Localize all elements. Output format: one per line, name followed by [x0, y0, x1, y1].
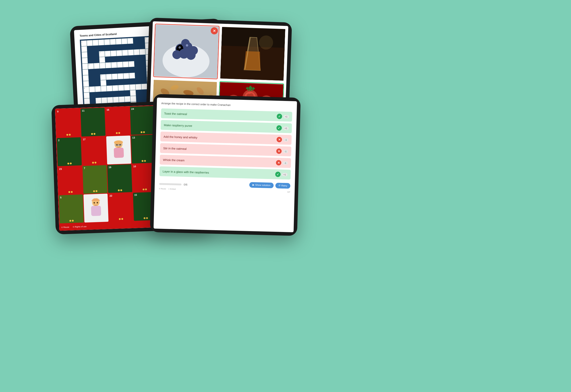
- svg-rect-6: [104, 39, 110, 45]
- svg-rect-24: [128, 49, 134, 55]
- svg-rect-188: [91, 206, 101, 216]
- svg-rect-3: [87, 40, 93, 46]
- advent-cell-7[interactable]: 7: [82, 165, 107, 194]
- svg-rect-73: [96, 98, 102, 103]
- svg-rect-25: [134, 49, 140, 55]
- recipe-row-3[interactable]: Add the honey and whisky ✕ -1: [160, 131, 292, 145]
- num-badge-1: +1: [283, 115, 289, 118]
- svg-rect-59: [95, 86, 101, 92]
- blueberries-img: [154, 24, 219, 79]
- recipe-row-6[interactable]: Layer in a glass with the raspberries ✓ …: [160, 166, 291, 179]
- svg-rect-39: [123, 61, 129, 67]
- recipe-footer-embed: ◇ Embed: [168, 188, 176, 190]
- svg-rect-10: [127, 38, 133, 44]
- svg-rect-48: [112, 73, 117, 79]
- svg-rect-77: [119, 97, 125, 102]
- svg-rect-53: [83, 81, 89, 87]
- svg-rect-21: [111, 51, 117, 56]
- svg-rect-36: [105, 62, 111, 68]
- advent-cell-2[interactable]: 2: [57, 137, 82, 166]
- svg-rect-74: [102, 98, 107, 103]
- whisky-img: [220, 27, 285, 81]
- show-solution-label: Show solution: [255, 184, 271, 187]
- svg-rect-61: [107, 85, 112, 91]
- advent-cell-9[interactable]: 9: [56, 109, 81, 137]
- retry-button[interactable]: ↺ Retry: [275, 182, 290, 189]
- recipe-row-5[interactable]: Whisk the cream ✕ -1: [160, 155, 291, 168]
- show-solution-icon: ▶: [252, 183, 254, 186]
- score-bar-track: [159, 183, 182, 185]
- svg-rect-26: [139, 49, 145, 55]
- svg-rect-78: [124, 96, 130, 102]
- recipe-content: Arrange the recipe in the correct order …: [155, 98, 297, 196]
- recipe-footer-right: H/P: [287, 191, 290, 193]
- recipe-row-1[interactable]: Toast the oatmeal ✓ +1: [161, 108, 292, 121]
- advent-cell-5[interactable]: 5: [59, 195, 84, 223]
- svg-rect-65: [130, 84, 136, 90]
- svg-rect-62: [112, 85, 118, 91]
- svg-rect-20: [105, 51, 111, 56]
- incorrect-badge-3: ✕: [277, 137, 282, 142]
- character4-svg: [87, 196, 105, 220]
- svg-rect-5: [98, 40, 104, 45]
- svg-rect-40: [129, 61, 134, 67]
- svg-rect-29: [99, 57, 105, 63]
- svg-rect-17: [82, 52, 88, 58]
- svg-rect-34: [94, 63, 100, 69]
- svg-rect-15: [81, 46, 87, 52]
- svg-rect-69: [84, 93, 89, 98]
- num-badge-5: -1: [283, 161, 288, 165]
- advent-cell-11[interactable]: 11: [81, 108, 105, 136]
- svg-rect-28: [82, 58, 88, 64]
- advent-cell-char2: [106, 136, 131, 164]
- tablet-recipe: Arrange the recipe in the correct order …: [150, 94, 301, 236]
- svg-rect-70: [130, 90, 136, 96]
- recipe-footer: © Reuse ◇ Embed H/P: [159, 188, 290, 193]
- score-text: 0/6: [184, 183, 187, 186]
- svg-rect-67: [141, 84, 147, 90]
- svg-rect-44: [83, 75, 88, 81]
- advent-cell-24[interactable]: 24: [130, 106, 155, 135]
- recipe-step-5-text: Whisk the cream: [163, 158, 184, 162]
- recipe-buttons: ▶ Show solution ↺ Retry: [249, 182, 290, 189]
- recipe-screen: Arrange the recipe in the correct order …: [153, 98, 297, 232]
- svg-rect-37: [111, 62, 117, 68]
- svg-rect-31: [82, 64, 88, 69]
- svg-rect-66: [136, 84, 141, 90]
- correct-badge-6: ✓: [275, 172, 281, 177]
- svg-rect-79: [130, 96, 136, 102]
- show-solution-button[interactable]: ▶ Show solution: [249, 182, 274, 188]
- recipe-step-1-text: Toast the oatmeal: [164, 112, 187, 116]
- advent-cell-16[interactable]: 16: [105, 107, 130, 136]
- imgquiz-cell-whisky[interactable]: [220, 26, 286, 82]
- advent-cell-char4: [83, 194, 108, 223]
- advent-footer-rights: © Rights of use: [73, 225, 87, 228]
- svg-rect-7: [110, 39, 116, 45]
- svg-rect-46: [106, 74, 112, 80]
- advent-cell-22[interactable]: 22: [108, 193, 133, 222]
- retry-icon: ↺: [278, 184, 280, 187]
- recipe-footer-reuse: © Reuse: [159, 188, 166, 190]
- num-badge-4: -1: [283, 150, 288, 153]
- imgquiz-cell-blueberries[interactable]: ✕: [153, 24, 220, 79]
- correct-badge-1: ✓: [277, 114, 282, 119]
- svg-rect-51: [129, 73, 135, 78]
- svg-rect-22: [117, 50, 122, 56]
- svg-rect-23: [122, 50, 128, 56]
- recipe-step-2-text: Make raspberry puree: [164, 123, 192, 127]
- svg-rect-42: [83, 69, 88, 75]
- advent-cell-19[interactable]: 19: [107, 164, 132, 193]
- character2-svg: [109, 138, 128, 161]
- recipe-row-4[interactable]: Stir in the oatmeal ✕ -1: [160, 143, 291, 156]
- recipe-score-bar: 0/6: [159, 182, 187, 186]
- advent-cell-23[interactable]: 23: [58, 166, 83, 195]
- svg-rect-50: [123, 73, 129, 79]
- recipe-row-2[interactable]: Make raspberry puree ✓ +1: [161, 120, 292, 133]
- retry-label: Retry: [281, 184, 287, 187]
- num-badge-6: +1: [282, 173, 288, 176]
- svg-rect-54: [101, 80, 106, 86]
- svg-rect-60: [101, 86, 107, 92]
- svg-rect-9: [122, 38, 127, 44]
- advent-cell-17[interactable]: 17: [81, 136, 106, 165]
- svg-rect-76: [113, 97, 119, 102]
